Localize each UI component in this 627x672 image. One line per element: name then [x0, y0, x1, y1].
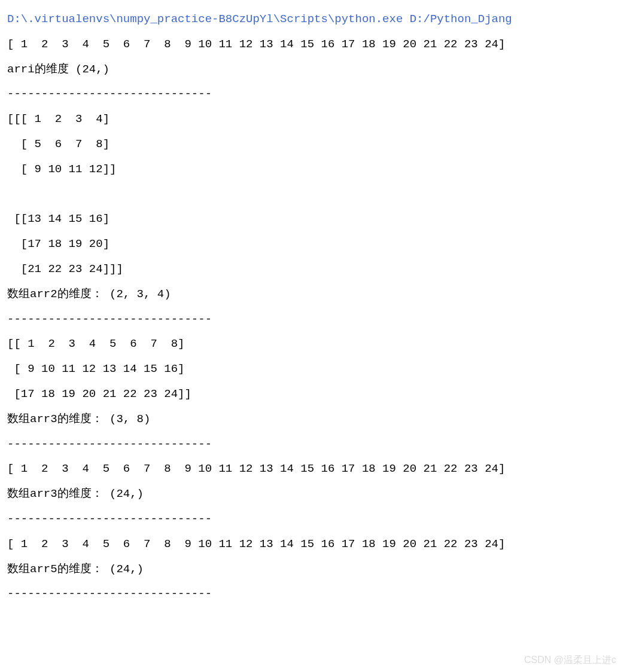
terminal-output: [ 1 2 3 4 5 6 7 8 9 10 11 12 13 14 15 16… — [7, 38, 505, 601]
command-line: D:\.virtualenvs\numpy_practice-B8CzUpYl\… — [7, 13, 512, 26]
watermark: CSDN @温柔且上进c — [524, 655, 616, 665]
